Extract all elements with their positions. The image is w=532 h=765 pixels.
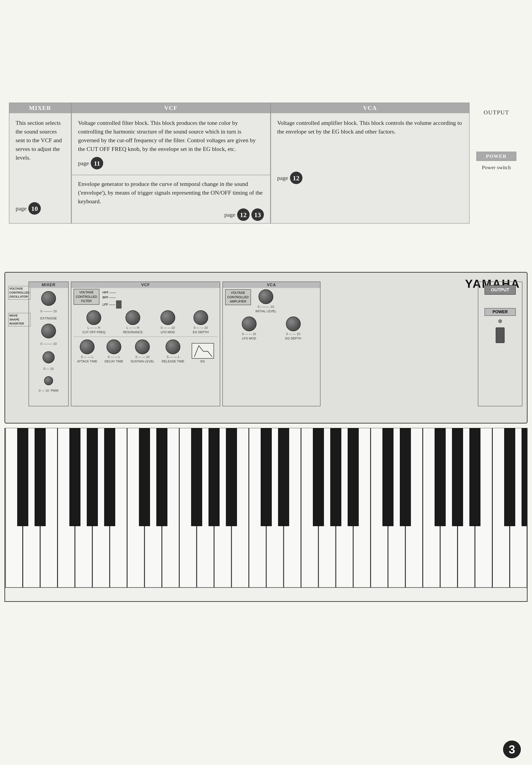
resonance-label: RESONANCE (123, 330, 143, 334)
filter-type-selector: HPF —— BPF —— LPF —— (103, 291, 122, 309)
vca-lfo-label: LFO MOD (242, 337, 256, 340)
vcf-lfo-knob[interactable] (161, 310, 175, 325)
vcf-panel: VCF VOLTAGECONTROLLEDFILTER HPF —— BPF —… (71, 282, 220, 406)
power-section-label: POWER (484, 308, 516, 316)
svg-rect-40 (261, 428, 271, 526)
mixer-knob-2[interactable] (41, 324, 56, 339)
attack-scale: 0 — — L (81, 355, 93, 359)
vca-header: VCA (271, 103, 469, 113)
vcf-eg-depth-label: EG DEPTH (193, 330, 209, 334)
output-button[interactable]: OUTPUT (484, 285, 516, 295)
lpf-slider[interactable] (116, 301, 122, 309)
svg-rect-46 (400, 428, 411, 526)
eg-label: EG (201, 360, 205, 363)
vco-label: VOLTAGECONTROLLEDOSCILLATOR WAVESHAPEINV… (8, 286, 31, 326)
mixer-panel: MIXER 0 ——— 10 EXT/NOISE 0 ——— 10 0 — 10… (29, 282, 69, 406)
mixer-block: MIXER This section selects the sound sou… (9, 103, 71, 224)
vca-panel: VCA VOLTAGECONTROLLEDAMPLIFIER 0 ——— 10 … (223, 282, 320, 406)
sustain-knob[interactable] (135, 340, 150, 354)
vcf-env-knobs: 0 — — L ATTACK TIME 0 — — L DECAY TIME 0… (71, 340, 220, 363)
sustain-scale: 0 — — 10 (136, 355, 150, 359)
mixer-knob-3[interactable] (43, 351, 55, 363)
eg-page-num-b: 13 (252, 209, 264, 221)
resonance-knob[interactable] (126, 310, 140, 325)
vcf-page-num: 11 (91, 157, 103, 169)
vca-eg-depth-label: EG DEPTH (285, 337, 301, 340)
svg-rect-45 (383, 428, 393, 526)
mixer-pwm-knob[interactable] (44, 376, 53, 385)
vca-page-num: 12 (290, 172, 302, 184)
decay-knob[interactable] (107, 340, 121, 354)
svg-rect-38 (209, 428, 219, 526)
svg-rect-30 (17, 428, 28, 526)
keyboard-section (4, 428, 528, 602)
svg-rect-36 (157, 428, 167, 526)
vca-lfo-knob[interactable] (242, 317, 257, 331)
vcf-page-ref: page (78, 159, 89, 168)
power-box: POWER (476, 152, 516, 161)
svg-rect-42 (313, 428, 324, 526)
attack-knob[interactable] (80, 340, 95, 354)
release-scale: S — — 1 (167, 355, 180, 359)
vca-eg-scale: 0 — — 10 (286, 332, 300, 336)
release-knob[interactable] (166, 340, 180, 354)
vca-block: VCA Voltage controlled amplifier block. … (270, 103, 470, 224)
synth-controls: YAMAHA VOLTAGECONTROLLEDOSCILLATOR WAVES… (5, 273, 527, 424)
vcf-eg-depth-knob[interactable] (194, 310, 208, 325)
svg-rect-34 (104, 428, 115, 526)
vcf-panel-label: VCF (71, 282, 220, 288)
eg-subblock: Envelope generator to produce the curve … (72, 175, 270, 223)
mixer-ext-noise-label: EXT/NOISE (40, 317, 57, 320)
mixer-panel-label: MIXER (29, 282, 68, 288)
svg-rect-37 (191, 428, 202, 526)
svg-rect-31 (35, 428, 45, 526)
power-indicator (498, 320, 502, 323)
mixer-knob-1[interactable] (41, 291, 56, 306)
top-diagram-section: MIXER This section selects the sound sou… (9, 103, 523, 224)
vca-panel-label: VCA (223, 282, 320, 288)
vca-text: Voltage controlled amplifier block. This… (277, 120, 462, 135)
mixer-text: This section selects the sound sources s… (16, 120, 62, 161)
mixer-page-num: 10 (28, 202, 41, 215)
cutoff-knob[interactable] (87, 310, 101, 325)
cutoff-label: CUT OFF FREQ (83, 330, 105, 334)
decay-scale: 0 — — L (108, 355, 120, 359)
eg-text: Envelope generator to produce the curve … (78, 181, 263, 205)
vca-lfo-scale: 0 — — 10 (242, 332, 256, 336)
eg-page-num-a: 12 (237, 209, 250, 221)
mixer-pwm-scale: 0 — 10 (39, 389, 49, 392)
sustain-label: SUSTAIN LEVEL (131, 360, 155, 363)
output-panel: OUTPUT POWER (478, 282, 522, 406)
svg-rect-44 (348, 428, 358, 526)
output-power-block: OUTPUT POWER Power switch (470, 103, 523, 224)
vca-eg-depth-knob[interactable] (286, 317, 301, 331)
synth-body: YAMAHA VOLTAGECONTROLLEDOSCILLATOR WAVES… (4, 272, 528, 423)
svg-rect-39 (226, 428, 237, 526)
svg-rect-43 (330, 428, 341, 526)
vca-knobs: 0 — — 10 LFO MOD 0 — — 10 EG DEPTH (223, 317, 320, 340)
power-switch[interactable] (496, 328, 505, 343)
initial-level-scale: 0 ——— 10 (258, 305, 274, 309)
mixer-pwm-label: PWM (51, 389, 58, 392)
vca-content: Voltage controlled amplifier block. This… (271, 113, 469, 190)
vcf-divider (74, 337, 218, 337)
keyboard-wrapper (5, 428, 527, 601)
vcf-lfo-label: LFO MOD (161, 330, 175, 334)
svg-rect-35 (139, 428, 150, 526)
keyboard-svg (5, 428, 527, 601)
eg-curve (192, 343, 214, 359)
attack-label: ATTACK TIME (77, 360, 97, 363)
initial-level-label: INITIAL LEVEL (256, 310, 276, 313)
power-switch-label: Power switch (476, 165, 516, 171)
svg-rect-49 (470, 428, 480, 526)
mixer-page-ref: page (16, 204, 27, 213)
release-label: RELEASE TIME (162, 360, 184, 363)
vcf-block: VCF Voltage controlled filter block. Thi… (71, 103, 270, 224)
svg-rect-33 (87, 428, 98, 526)
page-number: 3 (503, 740, 521, 758)
eg-page-ref: page (224, 211, 235, 219)
mixer-header: MIXER (9, 103, 71, 113)
decay-label: DECAY TIME (105, 360, 123, 363)
svg-rect-48 (452, 428, 463, 526)
initial-level-knob[interactable] (259, 289, 273, 304)
